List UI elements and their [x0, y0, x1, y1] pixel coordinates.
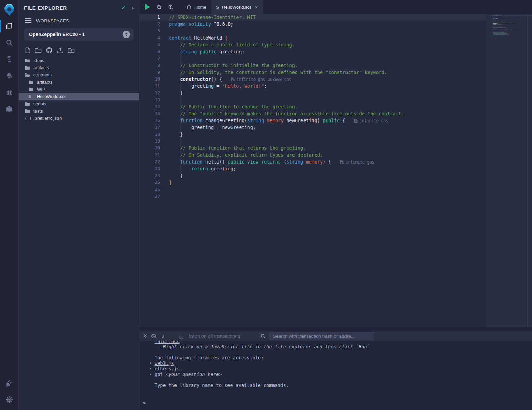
terminal-line: •web3.js [155, 360, 532, 366]
terminal-prompt[interactable]: > [143, 400, 146, 406]
code-line-14[interactable]: 14 // Public function to change the gree… [139, 103, 486, 110]
line-number: 2 [139, 21, 160, 28]
terminal-link[interactable]: ethers.js [155, 366, 180, 371]
terminal-header: 0 listen on all transactions [139, 331, 532, 341]
deploy-run-icon [5, 72, 13, 80]
minimap[interactable]: // SPDX-License-Identifier: MITpragma so… [486, 14, 532, 327]
code-area[interactable]: 1// SPDX-License-Identifier: MIT2pragma … [139, 14, 486, 327]
minimap-content: // SPDX-License-Identifier: MITpragma so… [488, 15, 532, 39]
clear-console-button[interactable] [151, 334, 156, 339]
activity-item-search[interactable] [0, 34, 19, 51]
code-line-10[interactable]: 10 constructor() {infinite gas 368600 ga… [139, 76, 486, 83]
code-line-8[interactable]: 8 // Constructor to initialize the greet… [139, 62, 486, 69]
tree-item-wip[interactable]: WIP [19, 86, 139, 93]
chevron-right-icon[interactable]: › [132, 5, 134, 11]
remix-logo-icon[interactable] [2, 3, 16, 18]
tab-helloworld-sol[interactable]: S HelloWorld.sol × [211, 0, 263, 14]
tree-item-tests[interactable]: tests [19, 107, 139, 115]
code-line-23[interactable]: 23 return greeting; [139, 165, 486, 172]
line-number: 26 [139, 186, 160, 193]
double-chevron-down-icon [143, 334, 148, 338]
file-tree: .depsartifactscontractsartifactsWIPSHell… [19, 57, 139, 122]
upload-folder-button[interactable] [68, 47, 75, 53]
tree-item-artifacts[interactable]: artifacts [19, 64, 139, 71]
activity-item-settings[interactable] [0, 391, 19, 408]
code-line-11[interactable]: 11 greeting = "Hello, World!"; [139, 83, 486, 90]
tree-item-prettierrc-json[interactable]: { }.prettierrc.json [19, 115, 139, 122]
terminal-resize-handle[interactable] [139, 327, 532, 331]
zoom-in-button[interactable] [165, 0, 177, 14]
code-line-12[interactable]: 12 } [139, 90, 486, 96]
code-line-21[interactable]: 21 // In Solidity, explicit return types… [139, 151, 486, 158]
code-editor[interactable]: 1// SPDX-License-Identifier: MIT2pragma … [139, 14, 532, 327]
code-line-16[interactable]: 16 function changeGreeting(string memory… [139, 117, 486, 124]
tree-item-label: artifacts [37, 80, 53, 85]
expand-terminal-button[interactable] [143, 334, 148, 338]
create-new-folder-button[interactable] [35, 47, 42, 53]
code-area[interactable]: // SPDX-License-Identifier: MITpragma so… [488, 15, 532, 39]
code-line-27[interactable] [488, 39, 532, 40]
code-line-9[interactable]: 9 // In Solidity, the constructor is def… [139, 69, 486, 76]
line-number: 11 [139, 83, 160, 90]
terminal-output[interactable]: interface – Right click on a JavaScript … [139, 341, 532, 410]
line-number: 24 [139, 172, 160, 179]
line-number: 1 [139, 14, 160, 21]
zoom-out-button[interactable] [153, 0, 165, 14]
line-number: 13 [139, 96, 160, 103]
code-line-3[interactable]: 3 [139, 28, 486, 34]
bullet: • [149, 360, 152, 366]
code-line-7[interactable]: 7 [139, 55, 486, 62]
code-line-26[interactable]: 26 [139, 186, 486, 193]
line-number: 21 [139, 151, 160, 158]
code-line-19[interactable]: 19 [139, 138, 486, 145]
code-line-4[interactable]: 4contract HelloWorld { [139, 34, 486, 41]
close-tab-icon[interactable]: × [255, 4, 258, 10]
activity-item-solidity-compiler[interactable] [0, 51, 19, 67]
terminal-search-input[interactable] [269, 332, 374, 340]
code-line-15[interactable]: 15 // The "public" keyword makes the fun… [139, 110, 486, 117]
upload-files-button[interactable] [57, 47, 64, 53]
workspace-select-toggle-icon[interactable] [123, 31, 130, 38]
bullet: • [149, 371, 152, 377]
terminal-line: interface [155, 341, 532, 344]
workspace-select[interactable]: OpenZeppelin ERC20 - 1 [24, 28, 134, 41]
workspaces-menu-icon[interactable] [25, 17, 31, 24]
code-line-20[interactable]: 20 // Public function that returns the g… [139, 145, 486, 151]
tree-item-artifacts[interactable]: artifacts [19, 78, 139, 86]
create-new-file-button[interactable] [25, 47, 31, 53]
activity-item-deploy-run[interactable] [0, 67, 19, 84]
tree-item-deps[interactable]: .deps [19, 57, 139, 64]
tab-home[interactable]: Home [181, 0, 211, 14]
listen-transactions-checkbox[interactable] [179, 334, 184, 339]
code-line-18[interactable]: 18 } [139, 131, 486, 138]
code-line-27[interactable]: 27 [139, 193, 486, 200]
code-line-6[interactable]: 6 string public greeting; [139, 48, 486, 55]
clone-git-repository-button[interactable] [46, 47, 53, 53]
line-number: 19 [139, 138, 160, 145]
play-icon [145, 4, 150, 10]
code-line-1[interactable]: 1// SPDX-License-Identifier: MIT [139, 14, 486, 21]
line-number: 23 [139, 165, 160, 172]
line-number: 16 [139, 117, 160, 124]
activity-item-learneth[interactable] [0, 101, 19, 117]
activity-item-file-explorer[interactable] [0, 18, 19, 34]
code-line-25[interactable]: 25} [139, 179, 486, 186]
code-line-22[interactable]: 22 function hello() public view returns … [139, 158, 486, 165]
line-number: 4 [139, 34, 160, 41]
tree-item-helloworld-sol[interactable]: SHelloWorld.sol [19, 93, 139, 100]
run-script-button[interactable] [141, 0, 153, 14]
code-line-17[interactable]: 17 greeting = newGreeting; [139, 124, 486, 131]
terminal-link[interactable]: web3.js [155, 360, 174, 366]
terminal-line: The following libraries are accessible: [155, 355, 532, 360]
file-explorer-toolbar [19, 41, 139, 56]
plug-icon [5, 379, 13, 387]
activity-item-debugger[interactable] [0, 84, 19, 101]
code-line-24[interactable]: 24 } [139, 172, 486, 179]
home-icon [186, 4, 192, 10]
code-line-5[interactable]: 5 // Declare a public field of type stri… [139, 41, 486, 48]
code-line-13[interactable]: 13 [139, 96, 486, 103]
code-line-2[interactable]: 2pragma solidity ^0.8.0; [139, 21, 486, 28]
activity-item-plugin-manager[interactable] [0, 375, 19, 391]
tree-item-contracts[interactable]: contracts [19, 71, 139, 78]
tree-item-scripts[interactable]: scripts [19, 100, 139, 107]
